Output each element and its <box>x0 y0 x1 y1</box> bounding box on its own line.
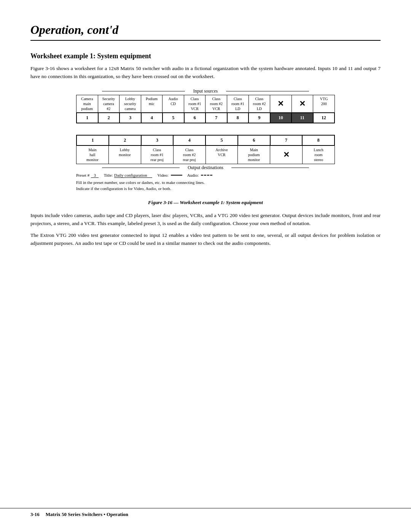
input-num-2: 2 <box>98 113 120 123</box>
output-num-2: 2 <box>109 135 141 145</box>
preset-title-value: Daily configuration <box>114 173 152 178</box>
input-label-8: Classroom #1LD <box>227 95 249 112</box>
output-label-2: Lobbymonitor <box>109 146 141 164</box>
output-num-7: 7 <box>270 135 303 145</box>
input-num-12: 12 <box>313 113 335 123</box>
intro-paragraph: Figure 3-16 shows a worksheet for a 12x8… <box>30 65 381 81</box>
output-num-6: 6 <box>238 135 270 145</box>
input-label-6: Classroom #1VCR <box>184 95 206 112</box>
input-labels-row: Cameramainpodium Securitycamera#2 Lobbys… <box>76 95 335 112</box>
output-numbers-row: 1 2 3 4 5 6 7 8 <box>76 135 335 145</box>
input-label-4: Podiummic <box>141 95 163 112</box>
output-label-1: Mainhallmonitor <box>76 146 109 164</box>
input-label-12: VTG200 <box>313 95 335 112</box>
output-label-7: ✕ <box>270 146 303 164</box>
output-label-3: Classroom #1rear proj <box>141 146 174 164</box>
input-num-4: 4 <box>141 113 163 123</box>
page-title: Operation, cont'd <box>30 23 381 41</box>
input-num-7: 7 <box>206 113 227 123</box>
fill-instructions: Fill in the preset number, use colors or… <box>76 179 335 192</box>
input-label-10: ✕ <box>270 95 292 112</box>
page-number: 3-16 <box>30 511 40 518</box>
footer-product: Matrix 50 Series Switchers • Operation <box>46 511 128 518</box>
input-numbers-row: 1 2 3 4 5 6 7 8 9 10 11 12 <box>76 112 335 123</box>
output-num-4: 4 <box>173 135 206 145</box>
page: Operation, cont'd Worksheet example 1: S… <box>0 0 411 274</box>
output-destinations-label: Output destinations <box>76 165 335 171</box>
output-label-5: ArchiveVCR <box>206 146 238 164</box>
body-para-2: The Extron VTG 200 video test generator … <box>30 232 381 248</box>
output-num-8: 8 <box>302 135 335 145</box>
output-label-6: Mainpodiummonitor <box>238 146 270 164</box>
input-label-11: ✕ <box>292 95 314 112</box>
audio-line <box>201 175 212 176</box>
input-num-8: 8 <box>227 113 249 123</box>
preset-number: 3 <box>91 173 99 178</box>
footer: 3-16 Matrix 50 Series Switchers • Operat… <box>0 508 411 521</box>
output-labels-row: Mainhallmonitor Lobbymonitor Classroom #… <box>76 145 335 164</box>
output-num-5: 5 <box>206 135 238 145</box>
output-num-1: 1 <box>76 135 109 145</box>
input-label-3: Lobbysecuritycamera <box>119 95 141 112</box>
input-label-1: Cameramainpodium <box>76 95 98 112</box>
input-num-10: 10 <box>270 113 292 123</box>
output-num-3: 3 <box>141 135 174 145</box>
output-label-8: Lunchroomstereo <box>303 146 335 164</box>
input-label-9: Classroom #2LD <box>249 95 271 112</box>
input-num-6: 6 <box>184 113 206 123</box>
body-para-1: Inputs include video cameras, audio tape… <box>30 212 381 228</box>
input-num-1: 1 <box>76 113 98 123</box>
input-label-7: Classroom #2VCR <box>206 95 227 112</box>
input-num-3: 3 <box>119 113 141 123</box>
input-label-5: AudioCD <box>162 95 184 112</box>
input-num-9: 9 <box>249 113 270 123</box>
figure-caption: Figure 3-16 — Worksheet example 1: Syste… <box>30 200 381 206</box>
output-label-4: Classroom #2rear proj <box>174 146 206 164</box>
preset-line: Preset # 3 Title: Daily configuration Vi… <box>76 173 335 178</box>
input-sources-label: Input sources <box>76 88 335 94</box>
input-label-2: Securitycamera#2 <box>98 95 120 112</box>
video-line <box>171 175 182 176</box>
section-title: Worksheet example 1: System equipment <box>30 52 381 60</box>
input-num-5: 5 <box>162 113 184 123</box>
input-num-11: 11 <box>292 113 313 123</box>
worksheet-diagram: Input sources Cameramainpodium Securityc… <box>76 88 335 192</box>
